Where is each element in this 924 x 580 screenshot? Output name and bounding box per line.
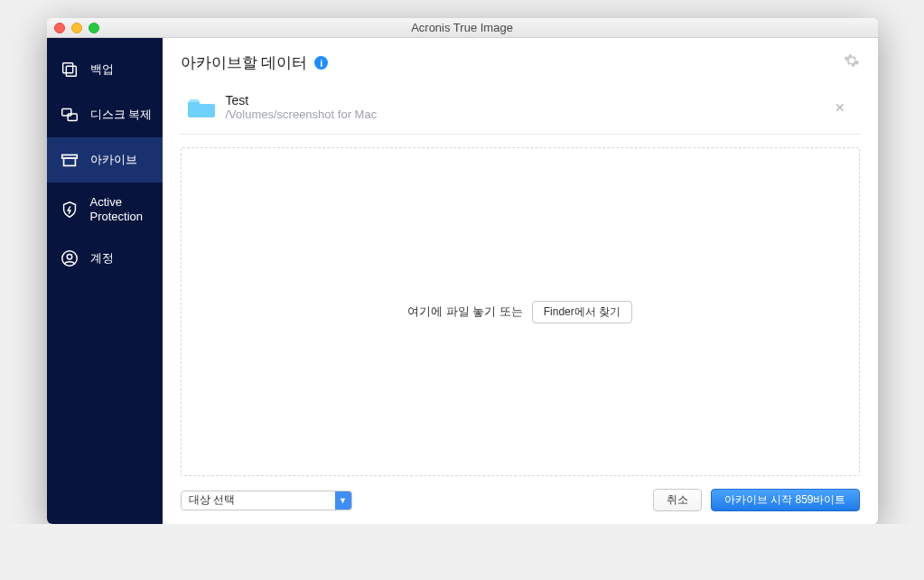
selected-file-row: Test /Volumes/screenshot for Mac ✕ <box>181 89 860 135</box>
file-path: /Volumes/screenshot for Mac <box>226 108 378 121</box>
sidebar-item-label: 백업 <box>90 62 114 77</box>
window-maximize-button[interactable] <box>89 23 99 33</box>
svg-rect-1 <box>66 66 76 76</box>
sidebar: 백업 디스크 복제 아카이브 <box>47 38 163 524</box>
destination-select-label: 대상 선택 <box>182 491 335 510</box>
main-panel: 아카이브할 데이터 i Test /Volumes/scr <box>163 38 878 524</box>
file-dropzone[interactable]: 여기에 파일 놓기 또는 Finder에서 찾기 <box>181 147 860 476</box>
user-circle-icon <box>60 248 79 268</box>
sidebar-item-disk-clone[interactable]: 디스크 복제 <box>47 92 163 137</box>
dropzone-text: 여기에 파일 놓기 또는 <box>407 304 523 320</box>
sidebar-item-account[interactable]: 계정 <box>47 236 163 281</box>
remove-file-button[interactable]: ✕ <box>827 97 853 118</box>
window-close-button[interactable] <box>54 23 65 33</box>
sidebar-item-label: Active Protection <box>90 195 144 223</box>
app-window: Acronis True Image 백업 <box>47 18 878 524</box>
info-icon[interactable]: i <box>314 56 328 70</box>
svg-rect-5 <box>63 158 75 165</box>
disk-clone-icon <box>60 105 79 125</box>
start-archive-button[interactable]: 아카이브 시작 859바이트 <box>711 489 860 511</box>
gear-icon[interactable] <box>844 52 860 73</box>
destination-select[interactable]: 대상 선택 ▼ <box>181 491 352 510</box>
window-minimize-button[interactable] <box>71 23 82 33</box>
traffic-lights <box>54 23 99 33</box>
page-header: 아카이브할 데이터 i <box>181 52 860 73</box>
sidebar-item-label: 디스크 복제 <box>90 108 153 122</box>
folder-icon <box>188 97 215 118</box>
sidebar-item-label: 계정 <box>90 251 114 266</box>
shield-bolt-icon <box>60 200 79 220</box>
app-body: 백업 디스크 복제 아카이브 <box>47 38 878 524</box>
svg-point-7 <box>67 255 72 260</box>
page-title: 아카이브할 데이터 <box>181 52 308 73</box>
footer: 대상 선택 ▼ 취소 아카이브 시작 859바이트 <box>181 489 860 511</box>
sidebar-item-backup[interactable]: 백업 <box>47 47 163 92</box>
sidebar-item-archive[interactable]: 아카이브 <box>47 137 163 182</box>
file-info: Test /Volumes/screenshot for Mac <box>226 93 378 121</box>
window-title: Acronis True Image <box>47 21 878 34</box>
titlebar[interactable]: Acronis True Image <box>47 18 878 38</box>
sidebar-item-active-protection[interactable]: Active Protection <box>47 182 163 236</box>
sidebar-item-label: 아카이브 <box>90 153 137 167</box>
stack-icon <box>60 60 79 80</box>
file-name: Test <box>226 93 378 108</box>
chevron-down-icon: ▼ <box>335 491 351 510</box>
cancel-button[interactable]: 취소 <box>653 489 702 511</box>
archive-box-icon <box>60 150 79 170</box>
svg-rect-0 <box>62 63 72 73</box>
finder-browse-button[interactable]: Finder에서 찾기 <box>532 301 632 323</box>
